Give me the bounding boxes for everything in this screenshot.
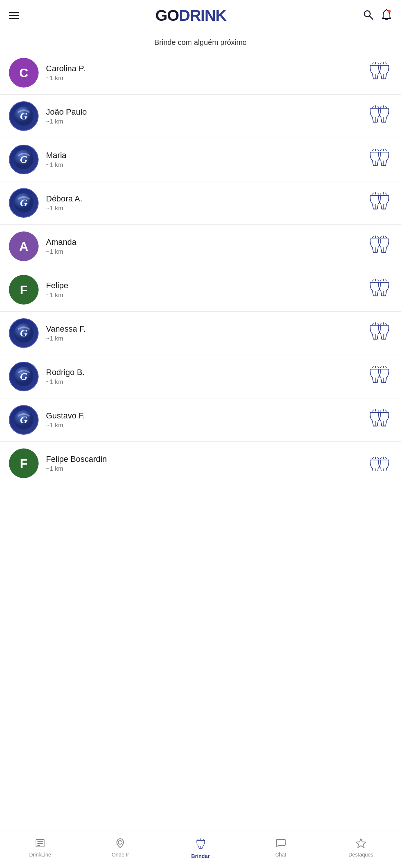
toast-button[interactable] xyxy=(367,235,392,258)
avatar: F xyxy=(9,275,39,305)
svg-line-1 xyxy=(369,16,373,19)
header: GODRINK xyxy=(0,0,401,30)
svg-line-18 xyxy=(372,106,374,108)
logo: GODRINK xyxy=(155,7,226,24)
svg-line-37 xyxy=(385,149,387,151)
nav-chat[interactable]: Chat xyxy=(241,836,321,861)
svg-line-58 xyxy=(372,236,374,238)
nav-drinkline[interactable]: DrinkLine xyxy=(0,836,80,861)
toast-button[interactable] xyxy=(367,278,392,301)
svg-line-49 xyxy=(380,193,382,195)
drinkline-icon xyxy=(35,838,45,850)
avatar: G xyxy=(9,318,39,348)
toast-button[interactable] xyxy=(367,365,392,388)
nav-brindar-label: Brindar xyxy=(191,853,210,859)
user-item[interactable]: F Felipe ~1 km xyxy=(0,268,401,312)
svg-line-70 xyxy=(372,280,374,282)
svg-line-72 xyxy=(378,280,379,282)
menu-button[interactable] xyxy=(9,12,19,19)
onde-ir-icon xyxy=(115,838,125,850)
avatar: A xyxy=(9,231,39,261)
toast-button[interactable] xyxy=(367,408,392,431)
avatar: G xyxy=(9,101,39,131)
svg-line-124 xyxy=(372,457,374,459)
svg-text:G: G xyxy=(20,197,27,208)
user-item[interactable]: C Carolina P. ~1 km xyxy=(0,51,401,95)
svg-line-51 xyxy=(385,193,387,195)
user-distance: ~1 km xyxy=(46,422,367,429)
user-distance: ~1 km xyxy=(46,118,367,125)
svg-line-9 xyxy=(385,63,387,65)
destaques-icon xyxy=(356,838,366,850)
toast-button[interactable] xyxy=(367,191,392,214)
user-item[interactable]: G Vanessa F. ~1 km xyxy=(0,312,401,355)
user-name: João Paulo xyxy=(46,107,367,117)
user-item[interactable]: G João Paulo ~1 km xyxy=(0,95,401,138)
svg-line-21 xyxy=(380,106,382,108)
toast-button[interactable] xyxy=(367,105,392,128)
svg-point-3 xyxy=(388,10,391,13)
nav-onde-ir[interactable]: Onde Ir xyxy=(80,836,160,861)
user-name: Amanda xyxy=(46,237,367,247)
toast-button[interactable] xyxy=(367,61,392,84)
user-distance: ~1 km xyxy=(46,292,367,299)
user-item[interactable]: G Gustavo F. ~1 km xyxy=(0,398,401,442)
nav-brindar[interactable]: Brindar xyxy=(160,836,240,861)
svg-line-126 xyxy=(378,457,379,459)
user-name: Felipe xyxy=(46,281,367,290)
avatar: F xyxy=(9,448,39,478)
avatar: G xyxy=(9,362,39,391)
user-list: C Carolina P. ~1 km xyxy=(0,51,401,832)
svg-line-100 xyxy=(378,366,379,368)
bottom-nav: DrinkLine Onde Ir Brindar xyxy=(0,832,401,868)
svg-line-127 xyxy=(380,457,382,459)
svg-line-34 xyxy=(378,149,379,151)
search-icon[interactable] xyxy=(362,9,374,22)
user-name: Carolina P. xyxy=(46,64,367,73)
toast-button[interactable] xyxy=(367,322,392,345)
svg-line-89 xyxy=(385,323,387,325)
svg-line-114 xyxy=(378,410,379,412)
user-name: Felipe Boscardin xyxy=(46,454,367,464)
svg-text:G: G xyxy=(20,154,27,165)
svg-line-73 xyxy=(380,280,382,282)
svg-line-4 xyxy=(372,63,374,65)
user-info: Rodrigo B. ~1 km xyxy=(46,368,367,386)
user-item[interactable]: G Rodrigo B. ~1 km xyxy=(0,355,401,398)
svg-line-117 xyxy=(385,410,387,412)
user-distance: ~1 km xyxy=(46,161,367,169)
nav-destaques[interactable]: Destaques xyxy=(321,836,401,861)
svg-text:G: G xyxy=(20,371,27,382)
user-distance: ~1 km xyxy=(46,205,367,212)
user-name: Maria xyxy=(46,151,367,160)
user-info: Débora A. ~1 km xyxy=(46,194,367,212)
svg-line-84 xyxy=(372,323,374,325)
toast-button[interactable] xyxy=(367,456,392,471)
notification-icon[interactable] xyxy=(381,9,392,22)
nav-drinkline-label: DrinkLine xyxy=(29,852,51,858)
brindar-icon xyxy=(195,838,207,851)
svg-line-63 xyxy=(385,236,387,238)
logo-drink: DRINK xyxy=(179,7,226,24)
user-info: Amanda ~1 km xyxy=(46,237,367,256)
svg-line-87 xyxy=(380,323,382,325)
user-item[interactable]: F Felipe Boscardin ~1 km xyxy=(0,442,401,485)
user-info: Felipe ~1 km xyxy=(46,281,367,299)
user-item[interactable]: G Débora A. ~1 km xyxy=(0,181,401,225)
user-info: Vanessa F. ~1 km xyxy=(46,324,367,342)
user-info: Maria ~1 km xyxy=(46,151,367,169)
user-item[interactable]: A Amanda ~1 km xyxy=(0,225,401,268)
svg-line-20 xyxy=(378,106,379,108)
logo-go: GO xyxy=(155,7,179,24)
svg-marker-147 xyxy=(356,839,366,848)
user-info: Carolina P. ~1 km xyxy=(46,64,367,82)
user-item[interactable]: G Maria ~1 km xyxy=(0,138,401,181)
user-distance: ~1 km xyxy=(46,75,367,82)
user-info: Felipe Boscardin ~1 km xyxy=(46,454,367,473)
user-info: João Paulo ~1 km xyxy=(46,107,367,125)
svg-text:G: G xyxy=(20,414,27,425)
toast-button[interactable] xyxy=(367,148,392,171)
user-info: Gustavo F. ~1 km xyxy=(46,411,367,429)
svg-line-115 xyxy=(380,410,382,412)
svg-line-101 xyxy=(380,366,382,368)
